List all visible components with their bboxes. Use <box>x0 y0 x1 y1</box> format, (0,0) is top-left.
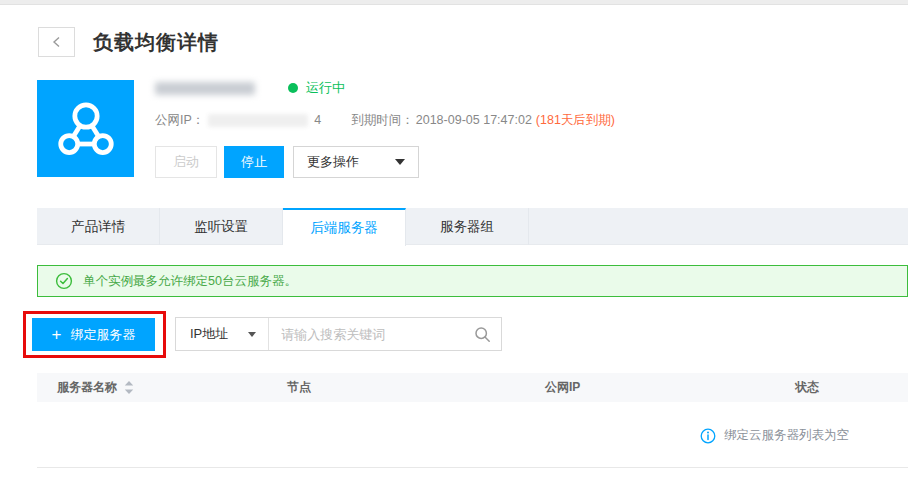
plus-icon: + <box>52 326 62 343</box>
sort-toggle[interactable] <box>124 381 134 394</box>
instance-info: 运行中 公网IP： 4 到期时间： 2018-09-05 17:47:02 (1… <box>155 80 875 178</box>
empty-state-text: 绑定云服务器列表为空 <box>724 427 849 444</box>
load-balancer-icon <box>37 80 134 177</box>
column-header-server-name: 服务器名称 <box>37 379 287 396</box>
expire-time-value: 2018-09-05 17:47:02 <box>416 113 532 127</box>
column-header-status: 状态 <box>795 379 908 396</box>
page-top-strip <box>0 0 908 5</box>
cluster-icon <box>57 100 115 158</box>
search-bar: IP地址 <box>175 317 502 351</box>
tab-server-group[interactable]: 服务器组 <box>406 208 529 245</box>
caret-down-icon <box>395 159 405 165</box>
check-circle-icon <box>55 272 73 290</box>
backend-server-table: 服务器名称 节点 公网IP 状态 绑定云服务器列表为空 <box>37 373 908 468</box>
server-list-toolbar: + 绑定服务器 IP地址 <box>23 311 502 358</box>
column-header-node: 节点 <box>287 379 545 396</box>
search-input[interactable] <box>269 319 463 349</box>
alert-message: 单个实例最多允许绑定50台云服务器。 <box>83 273 297 290</box>
red-highlight-annotation: + 绑定服务器 <box>23 311 166 358</box>
start-button[interactable]: 启动 <box>155 146 217 178</box>
bind-server-button[interactable]: + 绑定服务器 <box>32 318 155 351</box>
public-ip-suffix: 4 <box>314 113 321 127</box>
column-header-public-ip: 公网IP <box>545 379 795 396</box>
info-circle-icon <box>700 428 716 444</box>
table-header-row: 服务器名称 节点 公网IP 状态 <box>37 373 908 402</box>
search-icon <box>474 326 491 343</box>
tab-product-details[interactable]: 产品详情 <box>37 208 160 245</box>
table-empty-row: 绑定云服务器列表为空 <box>37 402 908 468</box>
expire-countdown-note: (181天后到期) <box>536 112 615 129</box>
public-ip-label: 公网IP： <box>155 112 204 129</box>
instance-actions: 启动 停止 更多操作 <box>155 146 875 178</box>
empty-state-message: 绑定云服务器列表为空 <box>700 427 849 444</box>
tab-bar: 产品详情 监听设置 后端服务器 服务器组 <box>37 208 908 245</box>
bind-server-label: 绑定服务器 <box>70 326 135 344</box>
page-title: 负载均衡详情 <box>93 29 219 56</box>
column-header-label: 服务器名称 <box>57 379 117 396</box>
instance-name-row: 运行中 <box>155 80 875 96</box>
search-button[interactable] <box>463 318 501 350</box>
page-header: 负载均衡详情 <box>38 27 219 57</box>
sort-arrows-icon <box>124 381 134 394</box>
chevron-left-icon <box>50 35 64 49</box>
status-dot-icon <box>288 83 298 93</box>
more-actions-dropdown[interactable]: 更多操作 <box>293 146 419 178</box>
status-badge: 运行中 <box>288 79 345 97</box>
caret-down-icon <box>248 332 256 337</box>
back-button[interactable] <box>38 27 75 57</box>
tab-listener-settings[interactable]: 监听设置 <box>160 208 283 245</box>
expire-time-label: 到期时间： <box>351 112 414 129</box>
tab-backend-servers[interactable]: 后端服务器 <box>283 208 406 246</box>
search-filter-dropdown[interactable]: IP地址 <box>176 318 268 350</box>
search-filter-selected: IP地址 <box>190 325 228 343</box>
status-label: 运行中 <box>306 79 345 97</box>
more-actions-label: 更多操作 <box>307 153 359 171</box>
success-alert-banner: 单个实例最多允许绑定50台云服务器。 <box>37 265 908 297</box>
instance-name-redacted <box>155 82 255 95</box>
stop-button[interactable]: 停止 <box>224 146 284 178</box>
instance-meta-row: 公网IP： 4 到期时间： 2018-09-05 17:47:02 (181天后… <box>155 113 875 127</box>
public-ip-redacted <box>208 114 308 127</box>
